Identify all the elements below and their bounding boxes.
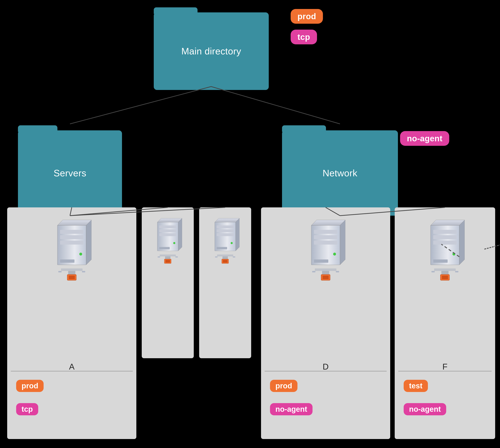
card-badge-F-noagent[interactable]: no-agent bbox=[404, 403, 446, 415]
svg-rect-23 bbox=[165, 256, 170, 259]
server-label-A: A bbox=[69, 362, 75, 371]
server-svg-D bbox=[306, 218, 345, 269]
network-folder-body: Network bbox=[282, 130, 398, 216]
server-svg-C bbox=[211, 216, 240, 254]
svg-rect-13 bbox=[82, 271, 85, 272]
svg-rect-51 bbox=[322, 271, 329, 274]
svg-rect-63 bbox=[433, 259, 448, 263]
svg-rect-60 bbox=[433, 235, 456, 239]
svg-point-34 bbox=[231, 242, 233, 244]
svg-rect-7 bbox=[60, 259, 75, 263]
svg-rect-21 bbox=[159, 247, 170, 249]
server-svg-A bbox=[52, 218, 91, 269]
svg-marker-15 bbox=[178, 218, 182, 251]
connector-F bbox=[431, 269, 459, 283]
svg-rect-65 bbox=[441, 271, 449, 274]
svg-rect-27 bbox=[175, 256, 178, 257]
svg-marker-57 bbox=[459, 220, 465, 265]
main-directory-folder[interactable]: Main directory bbox=[154, 5, 269, 91]
svg-marker-0 bbox=[57, 220, 91, 225]
card-badge-F-test[interactable]: test bbox=[404, 380, 428, 392]
server-label-D: D bbox=[323, 362, 329, 371]
server-area-F: F test no-agent bbox=[395, 208, 495, 439]
svg-rect-31 bbox=[217, 225, 234, 228]
card-badge-A-prod[interactable]: prod bbox=[16, 380, 44, 392]
svg-rect-64 bbox=[434, 269, 456, 271]
svg-marker-43 bbox=[340, 220, 345, 265]
server-icon-A bbox=[52, 218, 91, 283]
no-agent-top-badge[interactable]: no-agent bbox=[400, 131, 449, 146]
svg-rect-41 bbox=[233, 256, 235, 257]
servers-folder[interactable]: Servers bbox=[18, 124, 122, 216]
connector-D bbox=[311, 269, 340, 283]
tcp-top-badge[interactable]: tcp bbox=[291, 30, 317, 44]
server-icon-F bbox=[425, 218, 465, 283]
svg-rect-32 bbox=[217, 229, 234, 232]
svg-rect-11 bbox=[69, 276, 75, 279]
svg-rect-67 bbox=[442, 276, 448, 279]
svg-rect-68 bbox=[431, 271, 435, 272]
main-directory-folder-body: Main directory bbox=[154, 12, 269, 90]
svg-rect-5 bbox=[60, 240, 83, 245]
svg-rect-36 bbox=[217, 255, 233, 256]
server-area-B bbox=[142, 208, 194, 358]
connector-C bbox=[214, 254, 236, 266]
connector-A bbox=[57, 269, 86, 283]
svg-rect-9 bbox=[68, 271, 75, 274]
svg-rect-17 bbox=[159, 225, 176, 228]
svg-rect-4 bbox=[60, 235, 83, 239]
svg-rect-54 bbox=[312, 271, 315, 272]
prod-top-badge[interactable]: prod bbox=[291, 9, 323, 24]
svg-point-6 bbox=[79, 253, 82, 256]
svg-rect-35 bbox=[217, 247, 227, 249]
svg-rect-69 bbox=[455, 271, 458, 272]
svg-rect-40 bbox=[215, 256, 218, 257]
server-label-F: F bbox=[442, 362, 447, 371]
svg-rect-37 bbox=[223, 256, 228, 259]
svg-rect-19 bbox=[159, 233, 176, 236]
network-folder[interactable]: Network bbox=[282, 124, 398, 216]
svg-rect-26 bbox=[158, 256, 160, 257]
svg-rect-22 bbox=[160, 255, 176, 256]
svg-line-70 bbox=[70, 87, 211, 124]
svg-rect-3 bbox=[60, 230, 83, 234]
svg-rect-18 bbox=[159, 229, 176, 232]
svg-rect-33 bbox=[217, 233, 234, 236]
svg-rect-50 bbox=[315, 269, 336, 271]
svg-rect-47 bbox=[314, 240, 337, 245]
server-icon-B bbox=[153, 216, 182, 266]
svg-point-62 bbox=[453, 253, 455, 256]
svg-rect-12 bbox=[58, 271, 61, 272]
svg-rect-55 bbox=[336, 271, 339, 272]
server-area-C bbox=[199, 208, 251, 358]
svg-rect-8 bbox=[61, 269, 83, 271]
svg-rect-46 bbox=[314, 235, 337, 239]
dashed-connector-F bbox=[484, 239, 500, 250]
svg-point-48 bbox=[333, 253, 336, 256]
svg-marker-42 bbox=[311, 220, 345, 225]
svg-rect-49 bbox=[314, 259, 328, 263]
svg-rect-61 bbox=[433, 240, 456, 245]
svg-marker-1 bbox=[86, 220, 91, 265]
card-badge-D-prod[interactable]: prod bbox=[270, 380, 297, 392]
card-badge-D-noagent[interactable]: no-agent bbox=[270, 403, 313, 415]
server-icon-D bbox=[306, 218, 345, 283]
svg-marker-29 bbox=[236, 218, 240, 251]
svg-line-71 bbox=[211, 87, 340, 124]
connector-B bbox=[157, 254, 179, 266]
network-folder-label: Network bbox=[323, 168, 357, 178]
server-svg-B bbox=[153, 216, 182, 254]
svg-marker-56 bbox=[431, 220, 465, 225]
server-area-A: A prod tcp bbox=[7, 208, 136, 439]
card-badge-A-tcp[interactable]: tcp bbox=[16, 403, 38, 415]
servers-folder-tab bbox=[18, 125, 57, 132]
svg-rect-53 bbox=[323, 276, 329, 279]
servers-folder-body: Servers bbox=[18, 130, 122, 216]
main-directory-label: Main directory bbox=[181, 46, 241, 57]
svg-rect-25 bbox=[166, 260, 170, 263]
network-folder-tab bbox=[282, 125, 326, 132]
svg-rect-59 bbox=[433, 230, 456, 234]
svg-point-20 bbox=[173, 242, 175, 244]
servers-folder-label: Servers bbox=[54, 168, 87, 178]
server-area-D: D prod no-agent bbox=[261, 208, 390, 439]
